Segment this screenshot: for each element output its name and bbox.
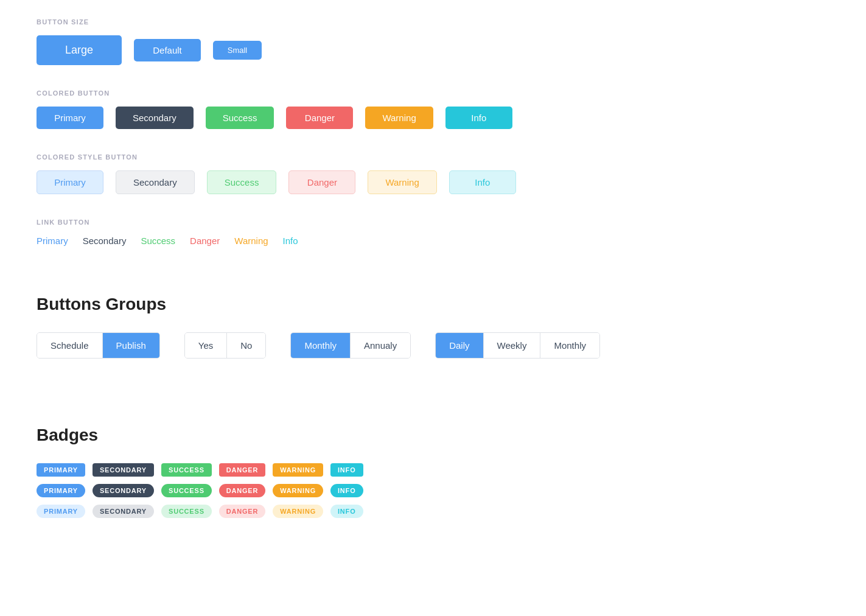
weekly-button[interactable]: Weekly (484, 333, 541, 358)
badge-success-1: SUCCESS (161, 463, 212, 477)
badges-row-3: PRIMARY SECONDARY SUCCESS DANGER WARNING… (37, 505, 829, 518)
warning-link-button[interactable]: Warning (234, 236, 268, 246)
schedule-button[interactable]: Schedule (37, 333, 103, 358)
link-button-row: Primary Secondary Success Danger Warning… (37, 236, 829, 246)
badge-info-2: INFO (330, 484, 363, 497)
button-size-label: BUTTON SIZE (37, 18, 829, 26)
danger-light-button[interactable]: Danger (288, 170, 355, 194)
badges-row-1: PRIMARY SECONDARY SUCCESS DANGER WARNING… (37, 463, 829, 477)
button-groups-section: Buttons Groups Schedule Publish Yes No M… (37, 295, 829, 359)
badge-primary-3: PRIMARY (37, 505, 85, 518)
primary-button[interactable]: Primary (37, 107, 103, 129)
monthly2-button[interactable]: Monthly (540, 333, 599, 358)
daily-weekly-monthly-group: Daily Weekly Monthly (435, 332, 600, 359)
colored-style-button-section: COLORED STYLE BUTTON Primary Secondary S… (37, 153, 829, 194)
publish-button[interactable]: Publish (103, 333, 159, 358)
small-button[interactable]: Small (213, 41, 262, 60)
badge-primary-2: PRIMARY (37, 484, 85, 497)
yes-button[interactable]: Yes (185, 333, 227, 358)
danger-link-button[interactable]: Danger (190, 236, 220, 246)
daily-button[interactable]: Daily (436, 333, 483, 358)
colored-style-button-row: Primary Secondary Success Danger Warning… (37, 170, 829, 194)
colored-button-row: Primary Secondary Success Danger Warning… (37, 107, 829, 129)
success-button[interactable]: Success (206, 107, 274, 129)
badges-row-2: PRIMARY SECONDARY SUCCESS DANGER WARNING… (37, 484, 829, 497)
info-link-button[interactable]: Info (283, 236, 298, 246)
colored-button-label: COLORED BUTTON (37, 89, 829, 97)
badges-section: Badges PRIMARY SECONDARY SUCCESS DANGER … (37, 425, 829, 518)
secondary-light-button[interactable]: Secondary (116, 170, 195, 194)
yes-no-group: Yes No (184, 332, 267, 359)
link-button-section: LINK BUTTON Primary Secondary Success Da… (37, 219, 829, 246)
badge-secondary-3: SECONDARY (93, 505, 154, 518)
warning-button[interactable]: Warning (365, 107, 433, 129)
badge-success-2: SUCCESS (161, 484, 212, 497)
success-link-button[interactable]: Success (141, 236, 175, 246)
badge-primary-1: PRIMARY (37, 463, 85, 477)
badge-success-3: SUCCESS (161, 505, 212, 518)
button-size-row: Large Default Small (37, 35, 829, 65)
no-button[interactable]: No (227, 333, 265, 358)
success-light-button[interactable]: Success (207, 170, 277, 194)
badge-danger-1: DANGER (219, 463, 265, 477)
badge-info-3: INFO (330, 505, 363, 518)
badge-warning-1: WARNING (273, 463, 323, 477)
badge-danger-3: DANGER (219, 505, 265, 518)
secondary-button[interactable]: Secondary (116, 107, 194, 129)
badge-danger-2: DANGER (219, 484, 265, 497)
default-button[interactable]: Default (134, 39, 201, 61)
badge-warning-3: WARNING (273, 505, 323, 518)
colored-button-section: COLORED BUTTON Primary Secondary Success… (37, 89, 829, 129)
badge-secondary-2: SECONDARY (93, 484, 154, 497)
schedule-publish-group: Schedule Publish (37, 332, 160, 359)
info-button[interactable]: Info (445, 107, 512, 129)
monthly-button[interactable]: Monthly (291, 333, 351, 358)
monthly-annualy-group: Monthly Annualy (290, 332, 411, 359)
primary-link-button[interactable]: Primary (37, 236, 68, 246)
badge-warning-2: WARNING (273, 484, 323, 497)
badges-title: Badges (37, 425, 829, 445)
badge-info-1: INFO (330, 463, 363, 477)
button-size-section: BUTTON SIZE Large Default Small (37, 18, 829, 65)
button-groups-row: Schedule Publish Yes No Monthly Annualy … (37, 332, 829, 359)
danger-button[interactable]: Danger (286, 107, 353, 129)
secondary-link-button[interactable]: Secondary (83, 236, 127, 246)
colored-style-button-label: COLORED STYLE BUTTON (37, 153, 829, 161)
warning-light-button[interactable]: Warning (368, 170, 436, 194)
primary-light-button[interactable]: Primary (37, 170, 103, 194)
link-button-label: LINK BUTTON (37, 219, 829, 226)
info-light-button[interactable]: Info (449, 170, 516, 194)
button-groups-title: Buttons Groups (37, 295, 829, 314)
large-button[interactable]: Large (37, 35, 122, 65)
annualy-button[interactable]: Annualy (351, 333, 410, 358)
badge-secondary-1: SECONDARY (93, 463, 154, 477)
